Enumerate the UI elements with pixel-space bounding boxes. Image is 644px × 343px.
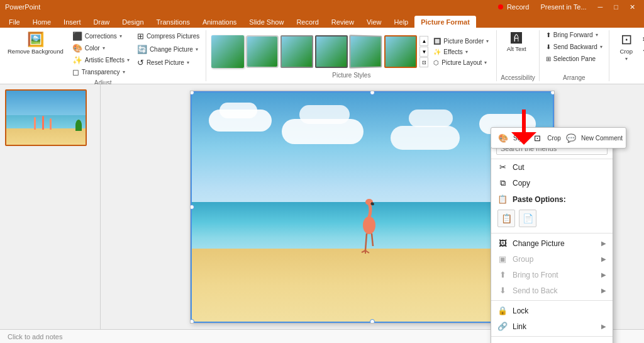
selection-pane-button[interactable]: ⊞ Selection Pane — [543, 54, 605, 64]
corrections-label: Corrections — [85, 33, 117, 40]
bring-forward-button[interactable]: ⬆ Bring Forward ▾ — [543, 30, 605, 40]
status-note[interactable]: Click to add notes — [8, 333, 62, 340]
paste-keep-source-btn[interactable]: 📋 — [497, 210, 515, 227]
thumb-water — [6, 115, 86, 129]
crop-label: Crop — [620, 48, 633, 55]
ctx-change-picture[interactable]: 🖼 Change Picture ▶ — [491, 235, 613, 251]
group-arrow: ▶ — [601, 256, 606, 262]
picture-border-button[interactable]: 🔲 Picture Border ▾ — [431, 37, 491, 46]
picture-effects-button[interactable]: ✨ Effects ▾ — [431, 47, 491, 57]
cloud-6 — [409, 110, 453, 127]
crop-button[interactable]: ⊡ Crop ▾ — [613, 30, 640, 64]
ps-thumb-5[interactable] — [350, 35, 382, 68]
ps-thumb-2[interactable] — [246, 35, 279, 68]
mt-new-comment-button[interactable]: 💬 — [562, 130, 580, 146]
tab-picture-format[interactable]: Picture Format — [414, 16, 476, 28]
tab-view[interactable]: View — [360, 16, 388, 28]
ctx-cut[interactable]: ✂ Cut — [491, 159, 613, 175]
thumb-flamingo-1 — [34, 117, 36, 130]
tab-review[interactable]: Review — [325, 16, 360, 28]
ctx-paste-header: 📋 Paste Options: — [491, 191, 613, 207]
send-backward-button[interactable]: ⬇ Send Backward ▾ — [543, 42, 605, 52]
lock-icon: 🔒 — [497, 306, 508, 315]
bring-to-front-icon: ⬆ — [497, 270, 508, 279]
record-button[interactable]: Record — [494, 2, 533, 13]
ctx-copy[interactable]: ⧉ Copy — [491, 175, 613, 191]
tab-slideshow[interactable]: Slide Show — [243, 16, 290, 28]
tab-file[interactable]: File — [3, 16, 26, 28]
reset-picture-button[interactable]: ↺ Reset Picture ▾ — [135, 57, 202, 69]
svg-point-0 — [363, 216, 375, 234]
ctx-link[interactable]: 🔗 Link ▶ — [491, 318, 613, 334]
tab-record[interactable]: Record — [290, 16, 325, 28]
ctx-lock[interactable]: 🔒 Lock — [491, 303, 613, 318]
change-picture-icon: 🖼 — [497, 239, 508, 248]
title-bar: PowerPoint Record Present in Te... ─ □ ✕ — [0, 0, 644, 14]
tab-home[interactable]: Home — [26, 16, 57, 28]
cut-label: Cut — [513, 163, 606, 172]
close-button[interactable]: ✕ — [626, 2, 639, 13]
ribbon-tabs: File Home Insert Draw Design Transitions… — [0, 14, 644, 28]
mt-comment-icon: 💬 — [566, 133, 576, 143]
bring-to-front-label: Bring to Front — [513, 271, 596, 279]
tab-draw[interactable]: Draw — [87, 16, 116, 28]
ps-thumb-6[interactable] — [384, 35, 417, 68]
compress-pictures-button[interactable]: ⊞ Compress Pictures — [135, 30, 202, 42]
slide-1-thumbnail[interactable] — [5, 89, 87, 146]
slide-1-image — [6, 91, 86, 145]
present-button[interactable]: Present in Te... — [536, 2, 590, 13]
tab-help[interactable]: Help — [388, 16, 415, 28]
cut-icon: ✂ — [497, 162, 508, 172]
ctx-sep-3 — [491, 336, 613, 337]
ps-scroll-down[interactable]: ▼ — [419, 47, 428, 57]
mt-style-label: Style — [513, 135, 527, 142]
tab-design[interactable]: Design — [116, 16, 150, 28]
tab-animations[interactable]: Animations — [196, 16, 243, 28]
arrange-label: Arrange — [543, 73, 605, 81]
transparency-icon: ◻ — [72, 67, 79, 77]
mt-crop-icon: ⊡ — [534, 133, 541, 143]
change-picture-label: Change Picture — [513, 239, 596, 248]
maximize-button[interactable]: □ — [610, 2, 622, 13]
remove-background-button[interactable]: 🖼️ Remove Background — [4, 30, 67, 57]
tab-insert[interactable]: Insert — [57, 16, 87, 28]
context-menu: ✂ Cut ⧉ Copy 📋 Paste Options: 📋 📄 🖼 Chan… — [491, 138, 613, 343]
send-to-back-label: Send to Back — [513, 286, 596, 295]
transparency-button[interactable]: ◻ Transparency ▾ — [70, 66, 132, 78]
picture-layout-button[interactable]: ⬡ Picture Layout ▾ — [431, 58, 491, 67]
copy-icon: ⧉ — [497, 178, 508, 188]
picture-styles-group: ▲ ▼ ⊡ 🔲 Picture Border ▾ ✨ Effects ▾ ⬡ P… — [206, 30, 497, 81]
size-group: ⊡ Crop ▾ ↕ ↔ Size — [609, 30, 644, 81]
ps-scroll-up[interactable]: ▲ — [419, 36, 428, 46]
ps-scroll-more[interactable]: ⊡ — [419, 57, 428, 67]
ctx-save-as-picture[interactable]: Save as Picture... — [491, 339, 613, 343]
bring-to-front-arrow: ▶ — [601, 271, 606, 278]
ps-thumb-3[interactable] — [280, 35, 313, 68]
crop-icon: ⊡ — [621, 33, 632, 47]
corrections-button[interactable]: ⬛ Corrections ▾ — [70, 30, 132, 42]
paste-label: Paste Options: — [513, 195, 606, 204]
thumb-tree — [75, 120, 82, 131]
artistic-effects-label: Artistic Effects — [85, 57, 125, 64]
cloud-5 — [391, 126, 460, 150]
transparency-dropdown-icon: ▾ — [123, 69, 125, 75]
alt-text-button[interactable]: 🅰 Alt Text — [501, 30, 532, 55]
ps-thumb-4[interactable] — [315, 35, 348, 68]
change-picture-button[interactable]: 🔄 Change Picture ▾ — [135, 43, 202, 55]
minimize-button[interactable]: ─ — [594, 2, 607, 13]
corrections-col: ⬛ Corrections ▾ 🎨 Color ▾ ✨ Artistic Eff… — [70, 30, 132, 78]
paste-keep-text-btn[interactable]: 📄 — [519, 210, 536, 227]
mt-new-comment-label: New Comment — [581, 135, 623, 142]
crop-dropdown-icon: ▾ — [625, 56, 628, 62]
tab-transitions[interactable]: Transitions — [150, 16, 196, 28]
mt-crop-button[interactable]: ⊡ — [528, 130, 546, 146]
color-button[interactable]: 🎨 Color ▾ — [70, 42, 132, 54]
ps-thumb-1[interactable] — [211, 35, 244, 68]
arrange-group: ⬆ Bring Forward ▾ ⬇ Send Backward ▾ ⊞ Se… — [540, 30, 609, 81]
mt-style-button[interactable]: 🎨 — [494, 130, 512, 146]
link-arrow: ▶ — [601, 323, 606, 330]
compress-col: ⊞ Compress Pictures 🔄 Change Picture ▾ ↺… — [135, 30, 202, 69]
present-label: Present in Te... — [540, 3, 586, 11]
artistic-effects-button[interactable]: ✨ Artistic Effects ▾ — [70, 54, 132, 66]
paste-icon: 📋 — [497, 194, 508, 204]
